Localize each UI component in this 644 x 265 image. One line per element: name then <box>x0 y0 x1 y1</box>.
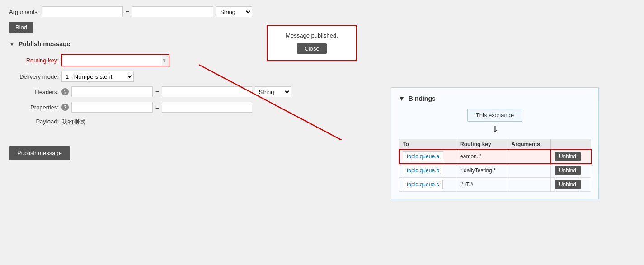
delivery-mode-label: Delivery mode: <box>9 73 59 80</box>
col-actions <box>550 139 591 150</box>
binding-arguments-cell <box>508 150 550 164</box>
arguments-key-input[interactable] <box>42 6 123 17</box>
page-container: Arguments: = String Number Boolean Bind … <box>0 0 644 265</box>
binding-arguments-cell <box>508 164 550 178</box>
delivery-mode-row: Delivery mode: 1 - Non-persistent 2 - Pe… <box>9 71 635 82</box>
headers-type-select[interactable]: String Number Boolean <box>255 86 291 97</box>
arguments-label: Arguments: <box>9 9 39 15</box>
this-exchange-button: This exchange <box>467 109 523 122</box>
routing-key-caret: ▼ <box>162 57 169 63</box>
headers-key-input[interactable] <box>71 86 153 97</box>
bindings-panel: ▼ Bindings This exchange ⇓ To Routing ke… <box>391 87 599 199</box>
equals-sign-2: = <box>155 89 159 95</box>
binding-to-cell: topic.queue.c <box>399 178 456 192</box>
this-exchange-center: This exchange <box>399 109 591 122</box>
arguments-val-input[interactable] <box>132 6 213 17</box>
routing-key-input[interactable]: eamon.我的测试 <box>62 55 162 66</box>
binding-routing-key-cell: #.IT.# <box>456 178 508 192</box>
bind-button[interactable]: Bind <box>9 22 33 33</box>
bindings-header: ▼ Bindings <box>399 95 591 102</box>
bindings-title: Bindings <box>409 95 436 102</box>
bindings-table: To Routing key Arguments topic.queue.a e… <box>399 139 591 192</box>
equals-sign-3: = <box>155 104 159 111</box>
equals-sign-1: = <box>126 9 129 15</box>
payload-label: Payload: <box>9 117 59 125</box>
binding-to-cell: topic.queue.a <box>399 150 456 164</box>
message-published-popup: Message published. Close <box>267 25 357 61</box>
close-popup-button[interactable]: Close <box>297 43 326 54</box>
binding-unbind-cell: Unbind <box>550 164 591 178</box>
table-row: topic.queue.a eamon.# Unbind <box>399 150 591 164</box>
unbind-button-a[interactable]: Unbind <box>555 152 581 161</box>
properties-val-input[interactable] <box>162 102 252 113</box>
headers-val-input[interactable] <box>162 86 252 97</box>
col-to: To <box>399 139 456 150</box>
binding-unbind-cell: Unbind <box>550 150 591 164</box>
headers-help-icon[interactable]: ? <box>61 88 69 95</box>
table-row: topic.queue.c #.IT.# Unbind <box>399 178 591 192</box>
table-row: topic.queue.b *.dailyTesting.* Unbind <box>399 164 591 178</box>
bindings-collapse-icon[interactable]: ▼ <box>399 95 405 102</box>
arguments-bar: Arguments: = String Number Boolean <box>0 5 644 22</box>
routing-key-wrapper: eamon.我的测试 ▼ <box>61 54 169 66</box>
headers-label: Headers: <box>9 89 59 95</box>
down-arrow: ⇓ <box>399 124 591 134</box>
section-collapse-icon[interactable]: ▼ <box>9 41 15 47</box>
col-arguments: Arguments <box>508 139 550 150</box>
binding-unbind-cell: Unbind <box>550 178 591 192</box>
queue-link-a[interactable]: topic.queue.a <box>403 151 443 161</box>
message-published-text: Message published. <box>277 32 347 39</box>
queue-link-c[interactable]: topic.queue.c <box>403 180 443 189</box>
bindings-table-header: To Routing key Arguments <box>399 139 591 150</box>
delivery-mode-select[interactable]: 1 - Non-persistent 2 - Persistent <box>61 71 134 82</box>
unbind-button-c[interactable]: Unbind <box>555 180 581 189</box>
payload-value: 我的测试 <box>61 117 85 126</box>
queue-link-b[interactable]: topic.queue.b <box>403 166 443 175</box>
publish-message-button[interactable]: Publish message <box>9 146 70 160</box>
binding-to-cell: topic.queue.b <box>399 164 456 178</box>
properties-key-input[interactable] <box>71 102 153 113</box>
publish-section-title: Publish message <box>19 40 70 47</box>
routing-key-label: Routing key: <box>9 57 59 64</box>
properties-label: Properties: <box>9 104 59 111</box>
col-routing-key: Routing key <box>456 139 508 150</box>
binding-routing-key-cell: *.dailyTesting.* <box>456 164 508 178</box>
binding-arguments-cell <box>508 178 550 192</box>
unbind-button-b[interactable]: Unbind <box>555 166 581 175</box>
arguments-type-select[interactable]: String Number Boolean <box>216 6 252 17</box>
binding-routing-key-cell: eamon.# <box>456 150 508 164</box>
properties-help-icon[interactable]: ? <box>61 104 69 111</box>
